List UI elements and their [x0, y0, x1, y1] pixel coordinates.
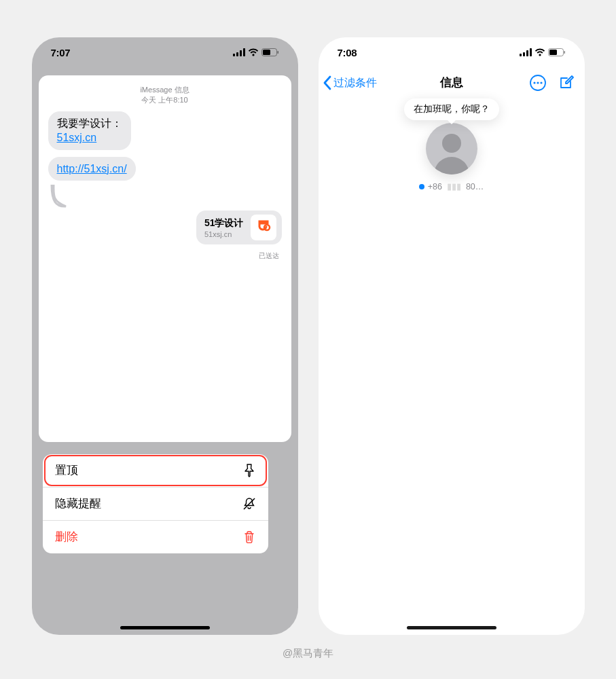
- wifi-icon: [535, 48, 545, 56]
- bubble-tail-icon: [50, 185, 70, 208]
- conversation-preview-card[interactable]: iMessage 信息 今天 上午8:10 我要学设计： 51sxj.cn ht…: [39, 75, 291, 442]
- svg-rect-11: [523, 52, 525, 56]
- pin-icon: [242, 464, 256, 477]
- message-preview-tooltip: 在加班呢，你呢？: [404, 98, 499, 120]
- svg-rect-16: [564, 51, 565, 54]
- status-time: 7:07: [51, 47, 71, 58]
- message-text: 我要学设计：: [57, 117, 122, 129]
- more-button[interactable]: [529, 74, 547, 92]
- svg-point-20: [540, 81, 542, 84]
- message-link[interactable]: 51sxj.cn: [57, 132, 97, 143]
- svg-rect-15: [549, 50, 557, 55]
- svg-rect-0: [233, 54, 235, 56]
- incoming-message-1: 我要学设计： 51sxj.cn: [48, 111, 282, 150]
- svg-rect-12: [526, 50, 528, 56]
- compose-button[interactable]: [558, 74, 575, 92]
- rich-link-domain: 51xsj.cn: [204, 230, 244, 238]
- context-menu: 置顶 隐藏提醒 删除: [43, 454, 268, 553]
- delivered-status: 已送达: [48, 251, 282, 261]
- message-link-2[interactable]: http://51xsj.cn/: [57, 163, 127, 175]
- svg-rect-3: [243, 48, 245, 56]
- svg-point-19: [537, 81, 539, 84]
- rich-link-title: 51学设计: [204, 217, 244, 230]
- outgoing-rich-link[interactable]: 51学设计 51xsj.cn: [48, 210, 282, 244]
- status-indicators: [520, 48, 566, 56]
- contact-prefix: +86: [428, 182, 442, 191]
- menu-item-delete[interactable]: 删除: [43, 521, 268, 553]
- status-indicators: [233, 48, 279, 56]
- chevron-left-icon: [323, 75, 332, 90]
- menu-hide-label: 隐藏提醒: [55, 496, 101, 511]
- battery-icon: [548, 48, 566, 56]
- bell-slash-icon: [242, 497, 256, 511]
- phone-left-screenshot: 7:07 iMessage 信息 今天 上午8:10 我要学设计： 51sxj.…: [32, 37, 298, 635]
- timestamp: 今天 上午8:10: [48, 95, 282, 105]
- trash-icon: [242, 530, 256, 544]
- conversation-header: iMessage 信息 今天 上午8:10: [48, 85, 282, 105]
- svg-rect-13: [530, 48, 532, 56]
- menu-item-pin[interactable]: 置顶: [43, 454, 268, 488]
- contact-redacted: ▮▮▮: [447, 181, 461, 191]
- back-label: 过滤条件: [333, 76, 377, 90]
- contact-label: +86 ▮▮▮ 80…: [419, 181, 484, 191]
- svg-point-21: [442, 134, 461, 153]
- pinned-conversations-area: 在加班呢，你呢？ +86 ▮▮▮ 80…: [319, 98, 585, 201]
- attribution-text: @黑马青年: [283, 647, 333, 660]
- menu-delete-label: 删除: [55, 530, 78, 545]
- status-time: 7:08: [338, 47, 357, 58]
- phone-right-screenshot: 7:08 过滤条件 信息 在加班呢，你呢？: [319, 37, 585, 635]
- unread-dot-icon: [419, 184, 424, 189]
- back-button[interactable]: 过滤条件: [323, 75, 377, 90]
- pinned-contact[interactable]: +86 ▮▮▮ 80…: [329, 123, 574, 191]
- contact-suffix: 80…: [466, 182, 484, 191]
- avatar: [426, 123, 477, 175]
- rich-link-favicon: [251, 215, 276, 240]
- battery-icon: [261, 48, 279, 56]
- svg-rect-6: [277, 51, 278, 54]
- menu-pin-label: 置顶: [55, 463, 78, 478]
- svg-rect-5: [263, 50, 270, 55]
- home-indicator[interactable]: [407, 626, 496, 629]
- home-indicator[interactable]: [120, 626, 210, 629]
- nav-title: 信息: [440, 75, 463, 90]
- svg-point-18: [533, 81, 535, 84]
- status-bar: 7:07: [32, 37, 298, 67]
- status-bar: 7:08: [319, 37, 585, 67]
- signal-icon: [520, 48, 532, 56]
- incoming-message-2: http://51xsj.cn/: [48, 157, 282, 181]
- svg-rect-10: [520, 54, 522, 56]
- signal-icon: [233, 48, 245, 56]
- navigation-bar: 过滤条件 信息: [319, 67, 585, 98]
- menu-item-hide-alerts[interactable]: 隐藏提醒: [43, 488, 268, 521]
- imessage-label: iMessage 信息: [48, 85, 282, 95]
- svg-rect-2: [240, 50, 242, 56]
- svg-rect-1: [236, 52, 238, 56]
- wifi-icon: [248, 48, 259, 56]
